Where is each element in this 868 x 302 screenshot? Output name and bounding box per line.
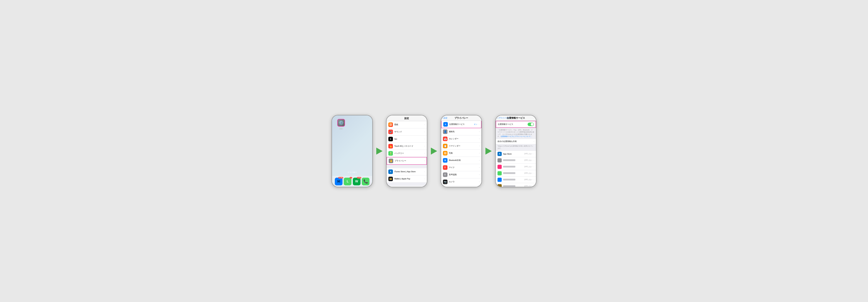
prv-camera-icon: 📷 bbox=[443, 179, 447, 184]
blur5-label bbox=[503, 185, 523, 187]
dock-mail[interactable]: ✉ 21,083 bbox=[335, 178, 342, 186]
prv-photos-icon: 🖼 bbox=[443, 151, 447, 156]
blur3-icon bbox=[497, 171, 502, 175]
touchid-label: Touch IDとパスコード bbox=[394, 145, 423, 147]
location-app-blur4[interactable]: 許可しない › bbox=[496, 177, 536, 183]
location-back[interactable]: ‹ プライバシー bbox=[497, 116, 510, 119]
phone-frame-4: ‹ プライバシー 位置情報サービス 位置情報サービス 「位置情報サービス」では、… bbox=[495, 115, 536, 187]
settings-touchid[interactable]: 👆 Touch IDとパスコード › bbox=[386, 143, 427, 150]
location-app-blur2[interactable]: 許可しない › bbox=[496, 164, 536, 170]
privacy-photos[interactable]: 🖼 写真 › bbox=[441, 150, 482, 157]
settings-icon: ⚙️ bbox=[337, 119, 345, 127]
chevron-prv-camera: › bbox=[479, 181, 479, 183]
privacy-bluetooth[interactable]: B Bluetooth共有 › bbox=[441, 157, 482, 164]
chevron-prv-bluetooth: › bbox=[479, 159, 479, 161]
dock-w[interactable]: W 2,515 bbox=[353, 178, 361, 186]
home-bg: ⚙️ 設定 ✉ 21,083 bbox=[332, 115, 372, 187]
blur-bar-4 bbox=[503, 179, 515, 180]
back-chevron-icon: ‹ bbox=[442, 117, 443, 119]
chevron-blur5: › bbox=[534, 185, 534, 187]
prv-calendar-icon: 📅 bbox=[443, 137, 447, 141]
prv-reminders-label: リマインダー bbox=[449, 145, 478, 147]
blur-bar-5 bbox=[503, 185, 515, 187]
dock-line[interactable]: L 4 bbox=[344, 178, 351, 186]
location-value: オン bbox=[474, 123, 477, 126]
arrow-right-1 bbox=[376, 147, 382, 155]
phone-frame-1: ⚙️ 設定 ✉ 21,083 bbox=[332, 115, 373, 187]
settings-itunes[interactable]: A iTunes StoreとApp Store › bbox=[386, 168, 427, 175]
arrow-1 bbox=[376, 147, 383, 155]
privacy-mic[interactable]: 🎙 マイク › bbox=[441, 164, 482, 171]
prv-mic-icon: 🎙 bbox=[443, 165, 447, 170]
blur2-label bbox=[503, 166, 523, 168]
arrow-2 bbox=[431, 147, 437, 155]
privacy-health[interactable]: ❤ ヘルスケア › bbox=[441, 186, 482, 187]
privacy-nav: ‹ 設定 プライバシー bbox=[441, 115, 482, 121]
settings-wallpaper[interactable]: 🖼 壁紙 › bbox=[386, 121, 427, 128]
settings-privacy[interactable]: 🤚 プライバシー › bbox=[386, 157, 427, 165]
settings-battery[interactable]: 🔋 バッテリー › bbox=[386, 150, 427, 157]
settings-title: 設定 bbox=[404, 117, 409, 120]
chevron-blur4: › bbox=[534, 179, 534, 181]
battery-label: バッテリー bbox=[394, 152, 423, 155]
location-app-blur3[interactable]: 許可しない › bbox=[496, 170, 536, 177]
dot-3 bbox=[351, 172, 353, 173]
privacy-calendar[interactable]: 📅 カレンダー › bbox=[441, 135, 482, 142]
location-app-appstore[interactable]: A App Store 許可しない › bbox=[496, 150, 536, 157]
settings-app-icon[interactable]: ⚙️ 設定 bbox=[337, 119, 345, 130]
blur2-icon bbox=[497, 165, 502, 169]
chevron-prv-calendar: › bbox=[479, 138, 479, 140]
page-dots bbox=[332, 172, 372, 173]
blur4-icon bbox=[497, 178, 502, 182]
settings-siri[interactable]: S Siri › bbox=[386, 136, 427, 143]
privacy-back-label: 設定 bbox=[444, 116, 447, 119]
chevron-prv-mic: › bbox=[479, 166, 479, 168]
location-nav: ‹ プライバシー 位置情報サービス bbox=[496, 115, 536, 121]
settings-nav: 設定 bbox=[386, 115, 427, 121]
privacy-contacts[interactable]: 👤 連絡先 › bbox=[441, 128, 482, 135]
privacy-location[interactable]: ✈ 位置情報サービス オン › bbox=[441, 121, 482, 128]
siri-icon: S bbox=[389, 137, 393, 141]
prv-contacts-label: 連絡先 bbox=[449, 130, 478, 133]
wallet-label: WalletとApple Pay bbox=[394, 177, 423, 180]
chevron-wallet: › bbox=[425, 178, 425, 180]
dot-1 bbox=[348, 172, 349, 173]
settings-wallet[interactable]: 💳 WalletとApple Pay › bbox=[386, 175, 427, 182]
prv-reminders-icon: 📋 bbox=[443, 144, 447, 148]
itunes-label: iTunes StoreとApp Store bbox=[394, 170, 423, 173]
privacy-camera[interactable]: 📷 カメラ › bbox=[441, 178, 482, 186]
dock: ✉ 21,083 L 4 W 2,515 📞 bbox=[332, 176, 372, 187]
chevron-prv-speech: › bbox=[479, 174, 479, 175]
privacy-back[interactable]: ‹ 設定 bbox=[442, 116, 447, 119]
share-location-row[interactable]: 自分の位置情報を共有 › bbox=[496, 139, 536, 144]
chevron-blur2: › bbox=[534, 166, 534, 168]
blur5-value: 許可しない bbox=[524, 185, 532, 187]
phone-icon: 📞 bbox=[363, 179, 368, 184]
wallet-icon: 💳 bbox=[389, 177, 393, 181]
location-toggle-label: 位置情報サービス bbox=[498, 123, 526, 126]
prv-contacts-icon: 👤 bbox=[443, 129, 447, 134]
share-location-label: 自分の位置情報を共有 bbox=[497, 140, 534, 143]
prv-mic-label: マイク bbox=[449, 166, 478, 169]
chevron-prv-reminders: › bbox=[479, 145, 479, 147]
arrow-3 bbox=[485, 147, 492, 155]
privacy-speech[interactable]: 🎙 音声認識 › bbox=[441, 171, 482, 178]
chevron-touchid: › bbox=[425, 145, 425, 147]
privacy-title: プライバシー bbox=[455, 116, 468, 120]
location-toggle[interactable] bbox=[528, 123, 534, 126]
settings-sound[interactable]: 🔊 サウンド › bbox=[386, 128, 427, 136]
privacy-reminders[interactable]: 📋 リマインダー › bbox=[441, 142, 482, 150]
settings-mail[interactable]: ✉ メール › bbox=[386, 186, 427, 187]
itunes-icon: A bbox=[389, 169, 393, 174]
settings-section-3: ✉ メール › 👤 連絡先 › 📅 カレンダー › bbox=[386, 186, 427, 187]
wallpaper-label: 壁紙 bbox=[394, 123, 423, 126]
privacy-icon: 🤚 bbox=[389, 159, 393, 163]
location-link[interactable]: 位置情報サービスとプライバシーについて… bbox=[501, 136, 532, 137]
touchid-icon: 👆 bbox=[389, 144, 393, 148]
blur4-value: 許可しない bbox=[524, 178, 532, 181]
dock-phone[interactable]: 📞 bbox=[362, 178, 369, 186]
location-app-blur5[interactable]: 許可しない › bbox=[496, 183, 536, 187]
blur4-label bbox=[503, 179, 523, 181]
location-app-blur1[interactable]: 許可しない › bbox=[496, 157, 536, 164]
dot-4 bbox=[353, 172, 354, 173]
